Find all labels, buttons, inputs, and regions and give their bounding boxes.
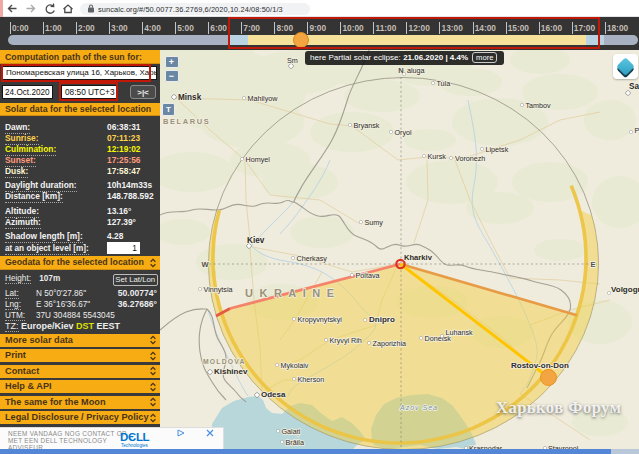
svg-text:Penza: Penza bbox=[635, 126, 639, 135]
svg-text:Voronezh: Voronezh bbox=[455, 154, 485, 163]
svg-text:Kryvyi Rih: Kryvyi Rih bbox=[330, 336, 362, 345]
svg-text:Saratov: Saratov bbox=[629, 82, 639, 91]
svg-text:Odesa: Odesa bbox=[261, 390, 286, 399]
svg-text:Poltava: Poltava bbox=[356, 271, 380, 280]
svg-text:Sumy: Sumy bbox=[365, 218, 384, 227]
svg-text:Cherkasy: Cherkasy bbox=[297, 254, 328, 263]
svg-text:Brăila: Brăila bbox=[286, 438, 304, 447]
svg-text:Luhansk: Luhansk bbox=[446, 328, 474, 337]
svg-text:Vinnytsia: Vinnytsia bbox=[204, 285, 233, 294]
svg-text:Galați: Galați bbox=[282, 427, 301, 436]
svg-text:Homyel: Homyel bbox=[246, 155, 271, 164]
svg-text:Lipetsk: Lipetsk bbox=[486, 145, 509, 154]
svg-text:Dnipro: Dnipro bbox=[369, 315, 395, 324]
svg-text:aluga: aluga bbox=[407, 66, 425, 75]
svg-text:Azov Sea: Azov Sea bbox=[399, 404, 438, 411]
svg-text:Kharkiv: Kharkiv bbox=[404, 253, 433, 262]
svg-text:Minsk: Minsk bbox=[178, 93, 202, 102]
svg-text:Volgograd: Volgograd bbox=[611, 285, 639, 294]
svg-text:Mykolaiv: Mykolaiv bbox=[281, 361, 309, 370]
svg-text:Kursk: Kursk bbox=[428, 152, 447, 161]
svg-text:Tambov: Tambov bbox=[526, 101, 552, 110]
svg-text:Rostov-on-Don: Rostov-on-Don bbox=[511, 361, 569, 370]
svg-text:BELARUS: BELARUS bbox=[163, 117, 210, 126]
svg-text:Tula: Tula bbox=[437, 79, 451, 88]
svg-text:Kishinev: Kishinev bbox=[214, 367, 248, 376]
svg-text:Bryansk: Bryansk bbox=[354, 121, 380, 130]
svg-text:UKRAINE: UKRAINE bbox=[245, 287, 341, 299]
svg-text:Kiev: Kiev bbox=[247, 236, 265, 245]
svg-text:MOLDOVA: MOLDOVA bbox=[203, 358, 246, 365]
svg-text:Kherson: Kherson bbox=[298, 375, 325, 384]
svg-text:Oryol: Oryol bbox=[395, 128, 413, 137]
svg-text:Sm: Sm bbox=[287, 56, 298, 65]
svg-text:Zaporizhia: Zaporizhia bbox=[373, 339, 407, 348]
svg-text:Mahilyow: Mahilyow bbox=[248, 94, 279, 103]
svg-text:E: E bbox=[590, 260, 595, 269]
svg-text:W: W bbox=[201, 260, 209, 269]
svg-text:Kropyvnytskyi: Kropyvnytskyi bbox=[298, 315, 343, 324]
